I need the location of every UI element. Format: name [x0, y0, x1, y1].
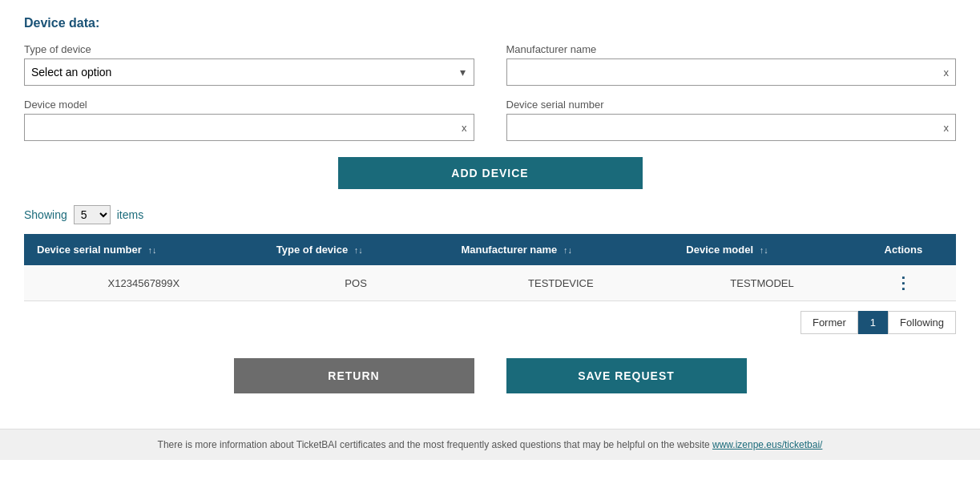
device-serial-number-input[interactable]	[507, 115, 956, 140]
showing-prefix: Showing	[24, 208, 67, 221]
device-serial-number-clear-btn[interactable]: x	[944, 122, 950, 134]
table-header-row: Device serial number ↑↓ Type of device ↑…	[24, 234, 956, 265]
table-row: X1234567899X POS TESTDEVICE TESTMODEL ⋮	[24, 265, 956, 301]
col-actions: Actions	[851, 234, 956, 265]
cell-serial: X1234567899X	[24, 265, 264, 301]
page-title: Device data:	[24, 16, 956, 30]
device-serial-number-input-wrapper: x	[506, 114, 957, 141]
showing-row: Showing 5 10 25 50 items	[24, 205, 956, 224]
manufacturer-name-input-wrapper: x	[506, 58, 957, 86]
device-serial-number-group: Device serial number x	[506, 99, 957, 141]
bottom-actions: RETURN SAVE REQUEST	[24, 358, 956, 393]
pagination: Former 1 Following	[24, 311, 956, 334]
device-model-label: Device model	[24, 99, 474, 111]
manufacturer-name-group: Manufacturer name x	[506, 43, 957, 86]
col-model[interactable]: Device model ↑↓	[673, 234, 850, 265]
manufacturer-name-clear-btn[interactable]: x	[944, 67, 950, 79]
type-of-device-group: Type of device Select an option POS VEND…	[24, 43, 474, 86]
col-type[interactable]: Type of device ↑↓	[264, 234, 449, 265]
device-model-input-wrapper: x	[24, 114, 474, 141]
manufacturer-name-input[interactable]	[507, 59, 956, 85]
type-of-device-select[interactable]: Select an option POS VENDING	[25, 59, 474, 85]
footer-link[interactable]: www.izenpe.eus/ticketbai/	[712, 439, 822, 450]
device-model-clear-btn[interactable]: x	[462, 122, 467, 134]
following-button[interactable]: Following	[888, 311, 956, 334]
items-per-page-select[interactable]: 5 10 25 50	[74, 205, 111, 224]
device-serial-number-label: Device serial number	[506, 99, 957, 111]
cell-actions: ⋮	[851, 265, 956, 301]
row-actions-button[interactable]: ⋮	[895, 273, 912, 292]
cell-model: TESTMODEL	[673, 265, 850, 301]
sort-icon-manufacturer[interactable]: ↑↓	[563, 245, 572, 255]
save-request-button[interactable]: SAVE REQUEST	[506, 358, 747, 393]
sort-icon-serial[interactable]: ↑↓	[147, 245, 156, 255]
device-model-input[interactable]	[25, 115, 474, 140]
col-serial[interactable]: Device serial number ↑↓	[24, 234, 264, 265]
cell-manufacturer: TESTDEVICE	[448, 265, 673, 301]
sort-icon-type[interactable]: ↑↓	[354, 245, 363, 255]
col-manufacturer[interactable]: Manufacturer name ↑↓	[448, 234, 673, 265]
type-of-device-label: Type of device	[24, 43, 474, 55]
footer-text: There is more information about TicketBA…	[158, 439, 712, 450]
showing-suffix: items	[117, 208, 143, 221]
devices-table: Device serial number ↑↓ Type of device ↑…	[24, 234, 956, 301]
type-of-device-select-wrapper[interactable]: Select an option POS VENDING	[24, 58, 474, 86]
manufacturer-name-label: Manufacturer name	[506, 43, 957, 55]
cell-type: POS	[264, 265, 449, 301]
add-device-button[interactable]: ADD DEVICE	[338, 157, 643, 189]
device-model-group: Device model x	[24, 99, 474, 141]
return-button[interactable]: RETURN	[234, 358, 474, 393]
footer: There is more information about TicketBA…	[0, 429, 980, 460]
page-1-button[interactable]: 1	[858, 311, 888, 334]
sort-icon-model[interactable]: ↑↓	[760, 245, 768, 255]
former-button[interactable]: Former	[801, 311, 858, 334]
